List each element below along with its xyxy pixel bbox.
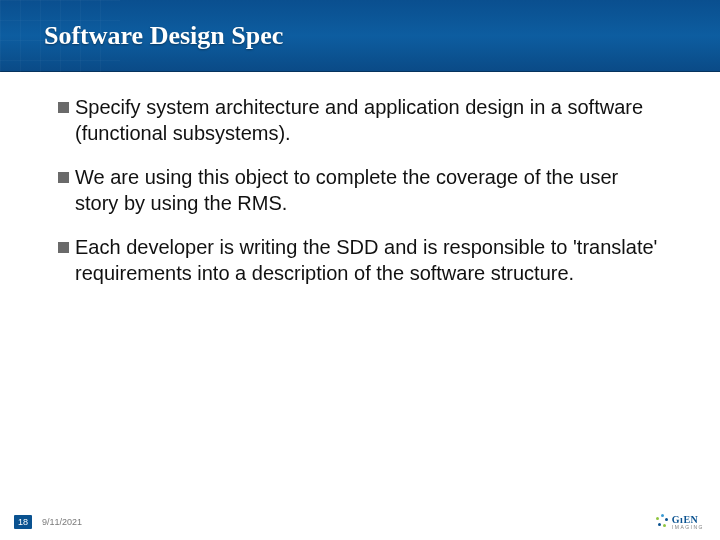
footer-date: 9/11/2021 <box>42 517 82 527</box>
logo-brand-left: Gı <box>672 514 684 525</box>
logo-brand: GıEN <box>672 515 704 525</box>
brand-logo: GıEN IMAGING <box>656 514 704 530</box>
slide-number-badge: 18 <box>14 515 32 529</box>
logo-text: GıEN IMAGING <box>672 515 704 530</box>
logo-brand-right: EN <box>683 514 698 525</box>
footer: 18 9/11/2021 GıEN IMAGING <box>0 504 720 540</box>
bullet-item: Each developer is writing the SDD and is… <box>58 234 666 286</box>
slide: Software Design Spec Specify system arch… <box>0 0 720 540</box>
bullet-item: We are using this object to complete the… <box>58 164 666 216</box>
square-bullet-icon <box>58 102 69 113</box>
square-bullet-icon <box>58 242 69 253</box>
slide-title: Software Design Spec <box>44 21 283 51</box>
logo-dots-icon <box>656 514 668 530</box>
bullet-item: Specify system architecture and applicat… <box>58 94 666 146</box>
bullet-text: Specify system architecture and applicat… <box>75 94 666 146</box>
title-bar: Software Design Spec <box>0 0 720 72</box>
logo-subtext: IMAGING <box>672 525 704 530</box>
bullet-text: Each developer is writing the SDD and is… <box>75 234 666 286</box>
bullet-text: We are using this object to complete the… <box>75 164 666 216</box>
slide-body: Specify system architecture and applicat… <box>0 72 720 286</box>
square-bullet-icon <box>58 172 69 183</box>
